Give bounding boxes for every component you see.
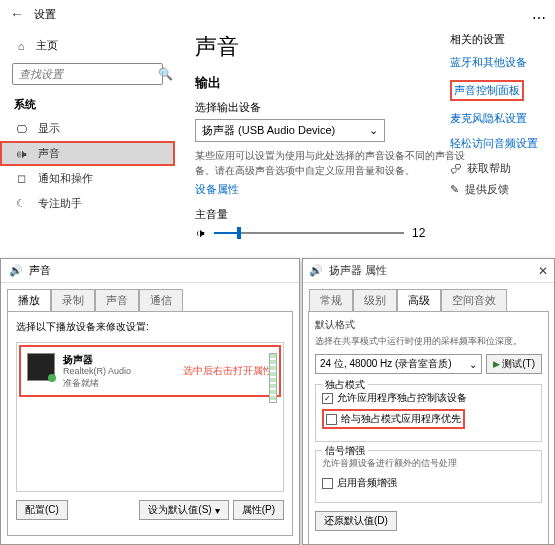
settings-window: ← 设置 ⋯ ⌂ 主页 🔍 系统 🖵 显示 🕪 声音 ◻ bbox=[0, 0, 555, 258]
nav-display[interactable]: 🖵 显示 bbox=[0, 116, 175, 141]
exclusive-control-row[interactable]: 允许应用程序独占控制该设备 bbox=[322, 391, 535, 405]
audio-enhance-row[interactable]: 启用音频增强 bbox=[322, 476, 535, 490]
main-area: 声音 输出 选择输出设备 扬声器 (USB Audio Device) ⌄ 某些… bbox=[175, 28, 555, 240]
close-button[interactable]: ✕ bbox=[538, 264, 548, 278]
tab-advanced[interactable]: 高级 bbox=[397, 289, 441, 311]
chevron-down-icon: ▾ bbox=[215, 505, 220, 516]
back-arrow-icon[interactable]: ← bbox=[10, 6, 24, 22]
volume-slider[interactable] bbox=[214, 232, 404, 234]
home-icon: ⌂ bbox=[14, 40, 28, 52]
sidebar-home[interactable]: ⌂ 主页 bbox=[0, 34, 175, 57]
speaker-icon[interactable]: 🕩 bbox=[195, 227, 206, 239]
tab-playback[interactable]: 播放 bbox=[7, 289, 51, 311]
output-description: 某些应用可以设置为使用与此处选择的声音设备不同的声音设备。请在高级声音选项中自定… bbox=[195, 148, 475, 178]
configure-button[interactable]: 配置(C) bbox=[16, 500, 68, 520]
link-sound-control-panel[interactable]: 声音控制面板 bbox=[450, 80, 524, 101]
help-icon: 🗪 bbox=[450, 163, 461, 175]
exclusive-priority-label: 给与独占模式应用程序优先 bbox=[341, 412, 461, 426]
related-panel: 相关的设置 蓝牙和其他设备 声音控制面板 麦克风隐私设置 轻松访问音频设置 🗪 … bbox=[450, 32, 545, 197]
default-format-label: 默认格式 bbox=[315, 318, 542, 332]
signal-enhance-group: 信号增强 允许音频设备进行额外的信号处理 启用音频增强 bbox=[315, 450, 542, 503]
sound-dialog-body: 选择以下播放设备来修改设置: 扬声器 Realtek(R) Audio 准备就绪… bbox=[7, 311, 293, 536]
properties-dialog: 🔊 扬声器 属性 ✕ 常规 级别 高级 空间音效 默认格式 选择在共享模式中运行… bbox=[302, 258, 555, 545]
play-icon: ▶ bbox=[493, 359, 500, 369]
restore-defaults-button[interactable]: 还原默认值(D) bbox=[315, 511, 397, 531]
nav-notifications[interactable]: ◻ 通知和操作 bbox=[0, 166, 175, 191]
get-help-label: 获取帮助 bbox=[467, 161, 511, 176]
exclusive-priority-row[interactable]: 给与独占模式应用程序优先 bbox=[322, 409, 465, 429]
checkbox-audio-enhance[interactable] bbox=[322, 478, 333, 489]
checkbox-exclusive-control[interactable] bbox=[322, 393, 333, 404]
nav-sound-label: 声音 bbox=[38, 146, 60, 161]
volume-value: 12 bbox=[412, 226, 425, 240]
test-button[interactable]: ▶ 测试(T) bbox=[486, 354, 542, 374]
nav-focus-label: 专注助手 bbox=[38, 196, 82, 211]
nav-sound[interactable]: 🕪 声音 bbox=[0, 141, 175, 166]
annotation-note: 选中后右击打开属性 bbox=[183, 364, 273, 378]
link-bluetooth[interactable]: 蓝牙和其他设备 bbox=[450, 55, 545, 70]
exclusive-control-label: 允许应用程序独占控制该设备 bbox=[337, 391, 467, 405]
nav-focus[interactable]: ☾ 专注助手 bbox=[0, 191, 175, 216]
format-select[interactable]: 24 位, 48000 Hz (录音室音质) ⌄ bbox=[315, 354, 482, 374]
properties-tabs: 常规 级别 高级 空间音效 bbox=[303, 283, 554, 311]
link-mic-privacy[interactable]: 麦克风隐私设置 bbox=[450, 111, 545, 126]
default-format-desc: 选择在共享模式中运行时使用的采样频率和位深度。 bbox=[315, 335, 542, 348]
feedback-row[interactable]: ✎ 提供反馈 bbox=[450, 182, 545, 197]
speaker-device-icon bbox=[27, 353, 55, 381]
properties-button[interactable]: 属性(P) bbox=[233, 500, 284, 520]
playback-device-item[interactable]: 扬声器 Realtek(R) Audio 准备就绪 选中后右击打开属性 bbox=[19, 345, 281, 397]
header-title: 设置 bbox=[34, 7, 56, 22]
nav-display-label: 显示 bbox=[38, 121, 60, 136]
device-name: 扬声器 bbox=[63, 353, 131, 366]
search-input[interactable] bbox=[19, 68, 158, 80]
output-device-select[interactable]: 扬声器 (USB Audio Device) ⌄ bbox=[195, 119, 385, 142]
signal-enhance-desc: 允许音频设备进行额外的信号处理 bbox=[322, 457, 535, 470]
feedback-icon: ✎ bbox=[450, 183, 459, 196]
set-default-button[interactable]: 设为默认值(S)▾ bbox=[139, 500, 228, 520]
playback-instruction: 选择以下播放设备来修改设置: bbox=[16, 320, 284, 334]
tab-recording[interactable]: 录制 bbox=[51, 289, 95, 311]
device-driver: Realtek(R) Audio bbox=[63, 366, 131, 378]
tab-sounds[interactable]: 声音 bbox=[95, 289, 139, 311]
get-help-row[interactable]: 🗪 获取帮助 bbox=[450, 161, 545, 176]
volume-thumb[interactable] bbox=[237, 227, 241, 239]
output-device-value: 扬声器 (USB Audio Device) bbox=[202, 123, 335, 138]
display-icon: 🖵 bbox=[14, 123, 28, 135]
format-value: 24 位, 48000 Hz (录音室音质) bbox=[320, 357, 452, 371]
link-easy-access[interactable]: 轻松访问音频设置 bbox=[450, 136, 545, 151]
search-box[interactable]: 🔍 bbox=[12, 63, 163, 85]
chevron-down-icon: ⌄ bbox=[469, 359, 477, 370]
sound-dialog-title: 声音 bbox=[29, 263, 291, 278]
volume-row: 🕩 12 bbox=[195, 226, 545, 240]
sound-icon: 🕪 bbox=[14, 148, 28, 160]
focus-icon: ☾ bbox=[14, 197, 28, 210]
sound-dialog-titlebar: 🔊 声音 bbox=[1, 259, 299, 283]
audio-enhance-label: 启用音频增强 bbox=[337, 476, 397, 490]
category-label: 系统 bbox=[0, 93, 175, 116]
properties-title: 扬声器 属性 bbox=[329, 263, 532, 278]
more-icon[interactable]: ⋯ bbox=[532, 10, 547, 26]
sidebar: ⌂ 主页 🔍 系统 🖵 显示 🕪 声音 ◻ 通知和操作 ☾ 专注 bbox=[0, 28, 175, 240]
sound-dialog-icon: 🔊 bbox=[9, 264, 23, 277]
home-label: 主页 bbox=[36, 38, 58, 53]
tab-spatial[interactable]: 空间音效 bbox=[441, 289, 507, 311]
tab-levels[interactable]: 级别 bbox=[353, 289, 397, 311]
sound-dialog-tabs: 播放 录制 声音 通信 bbox=[1, 283, 299, 311]
tab-general[interactable]: 常规 bbox=[309, 289, 353, 311]
tab-communications[interactable]: 通信 bbox=[139, 289, 183, 311]
nav-notifications-label: 通知和操作 bbox=[38, 171, 93, 186]
settings-header: ← 设置 ⋯ bbox=[0, 0, 555, 28]
feedback-label: 提供反馈 bbox=[465, 182, 509, 197]
checkbox-exclusive-priority[interactable] bbox=[326, 414, 337, 425]
properties-body: 默认格式 选择在共享模式中运行时使用的采样频率和位深度。 24 位, 48000… bbox=[308, 311, 549, 545]
level-meter bbox=[269, 353, 277, 403]
exclusive-mode-group: 独占模式 允许应用程序独占控制该设备 给与独占模式应用程序优先 bbox=[315, 384, 542, 442]
exclusive-mode-heading: 独占模式 bbox=[322, 378, 368, 392]
properties-titlebar: 🔊 扬声器 属性 ✕ bbox=[303, 259, 554, 283]
sound-dialog: 🔊 声音 播放 录制 声音 通信 选择以下播放设备来修改设置: 扬声器 Real… bbox=[0, 258, 300, 545]
playback-device-list: 扬声器 Realtek(R) Audio 准备就绪 选中后右击打开属性 bbox=[16, 342, 284, 492]
search-icon: 🔍 bbox=[158, 67, 173, 81]
volume-heading: 主音量 bbox=[195, 207, 545, 222]
notifications-icon: ◻ bbox=[14, 172, 28, 185]
chevron-down-icon: ⌄ bbox=[369, 124, 378, 137]
